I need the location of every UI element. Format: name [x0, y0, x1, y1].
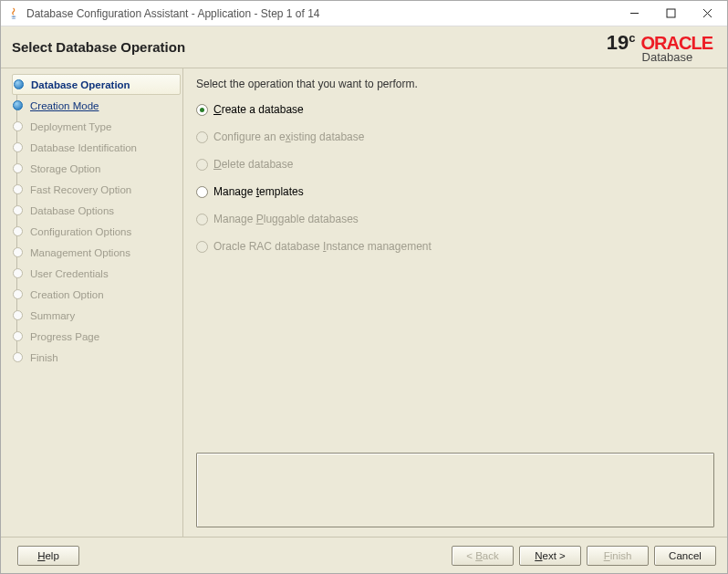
- radio-label: Configure an existing database: [213, 130, 364, 143]
- radio-label: Oracle RAC database Instance management: [213, 240, 432, 253]
- operation-option-4[interactable]: Manage templates: [196, 185, 714, 198]
- radio-label: Manage templates: [213, 185, 304, 198]
- step-label: Storage Option: [30, 163, 100, 174]
- step-label: Creation Mode: [30, 100, 99, 111]
- step-label: Deployment Type: [30, 121, 111, 132]
- messages-panel: [196, 453, 714, 527]
- radio-label: Create a database: [213, 103, 304, 116]
- radio-icon: [196, 186, 208, 198]
- step-bullet-icon: [13, 226, 23, 236]
- window-title: Database Configuration Assistant - Appli…: [26, 7, 616, 20]
- header: Select Database Operation 19c ORACLE Dat…: [1, 26, 727, 68]
- version-number: 19: [607, 31, 629, 54]
- step-bullet-icon: [13, 310, 23, 320]
- operation-option-1[interactable]: Create a database: [196, 103, 714, 116]
- step-label: Creation Option: [30, 289, 104, 300]
- step-label: User Credentials: [30, 268, 109, 279]
- step-8: Configuration Options: [12, 221, 181, 242]
- radio-icon: [196, 131, 208, 143]
- step-label: Database Options: [30, 205, 114, 216]
- step-label: Management Options: [30, 247, 130, 258]
- window-controls: [616, 2, 725, 26]
- cancel-button[interactable]: Cancel: [654, 546, 716, 566]
- step-9: Management Options: [12, 242, 181, 263]
- brand-sub: Database: [642, 52, 693, 63]
- step-label: Database Identification: [30, 142, 137, 153]
- radio-icon: [196, 214, 208, 225]
- help-button[interactable]: Help: [17, 546, 79, 566]
- radio-icon: [196, 104, 208, 116]
- step-bullet-icon: [13, 142, 23, 152]
- operation-radio-group: Create a databaseConfigure an existing d…: [196, 103, 714, 253]
- step-1[interactable]: Database Operation: [12, 74, 181, 95]
- next-button[interactable]: Next >: [519, 546, 581, 566]
- step-10: User Credentials: [12, 263, 181, 284]
- step-7: Database Options: [12, 200, 181, 221]
- step-label: Finish: [30, 352, 58, 363]
- maximize-button[interactable]: [652, 2, 689, 26]
- step-bullet-icon: [13, 100, 23, 110]
- step-list: Database OperationCreation ModeDeploymen…: [1, 74, 181, 368]
- radio-icon: [196, 241, 208, 253]
- version-sup: c: [629, 31, 635, 45]
- svg-rect-1: [667, 9, 675, 17]
- content-panel: Select the operation that you want to pe…: [183, 68, 727, 537]
- radio-label: Manage Pluggable databases: [213, 213, 359, 225]
- radio-label: Delete database: [213, 158, 293, 171]
- step-12: Summary: [12, 305, 181, 326]
- step-3: Deployment Type: [12, 116, 181, 137]
- step-bullet-icon: [14, 79, 24, 89]
- minimize-button[interactable]: [616, 2, 652, 26]
- step-label: Summary: [30, 310, 75, 321]
- step-label: Database Operation: [31, 79, 130, 90]
- sidebar: Database OperationCreation ModeDeploymen…: [1, 68, 183, 537]
- footer: Help < Back Next > Finish Cancel: [1, 537, 727, 573]
- body: Database OperationCreation ModeDeploymen…: [1, 68, 727, 537]
- step-bullet-icon: [13, 205, 23, 215]
- step-5: Storage Option: [12, 158, 181, 179]
- step-4: Database Identification: [12, 137, 181, 158]
- operation-option-6: Oracle RAC database Instance management: [196, 240, 714, 253]
- instruction-text: Select the operation that you want to pe…: [196, 78, 714, 90]
- operation-option-2: Configure an existing database: [196, 130, 714, 143]
- step-bullet-icon: [13, 352, 23, 362]
- step-label: Configuration Options: [30, 226, 131, 237]
- step-bullet-icon: [13, 268, 23, 278]
- step-label: Progress Page: [30, 331, 99, 342]
- step-label: Fast Recovery Option: [30, 184, 131, 195]
- version-text: 19c: [607, 31, 636, 55]
- step-bullet-icon: [13, 121, 23, 131]
- oracle-logo: 19c ORACLE Database: [607, 31, 712, 64]
- radio-icon: [196, 159, 208, 171]
- step-bullet-icon: [13, 331, 23, 341]
- close-button[interactable]: [689, 2, 725, 26]
- back-button[interactable]: < Back: [452, 546, 514, 566]
- step-11: Creation Option: [12, 284, 181, 305]
- finish-button[interactable]: Finish: [587, 546, 649, 566]
- step-bullet-icon: [13, 247, 23, 257]
- step-bullet-icon: [13, 184, 23, 194]
- step-bullet-icon: [13, 163, 23, 173]
- step-13: Progress Page: [12, 326, 181, 347]
- operation-option-5: Manage Pluggable databases: [196, 213, 714, 225]
- operation-option-3: Delete database: [196, 158, 714, 171]
- page-title: Select Database Operation: [12, 39, 607, 55]
- step-bullet-icon: [13, 289, 23, 299]
- java-icon: [6, 6, 21, 21]
- step-6: Fast Recovery Option: [12, 179, 181, 200]
- titlebar: Database Configuration Assistant - Appli…: [1, 1, 727, 26]
- step-14: Finish: [12, 347, 181, 368]
- step-2[interactable]: Creation Mode: [12, 95, 181, 116]
